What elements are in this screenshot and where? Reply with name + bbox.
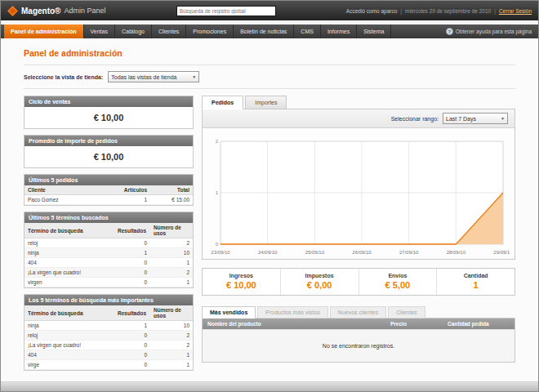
last-orders-widget: Últimos 5 pedidos Cliente Artículos Tota… — [24, 174, 194, 206]
cell-customer: Paco Gomez — [24, 195, 114, 205]
nav-item-clientes[interactable]: Clientes — [152, 24, 186, 38]
brand-suffix: Admin Panel — [64, 7, 105, 15]
nav-item-catalogo[interactable]: Catálogo — [115, 24, 152, 38]
table-row[interactable]: 404 0 1 — [24, 350, 193, 360]
separator: | — [400, 8, 402, 14]
magento-logo-icon — [7, 6, 18, 16]
cell-term: ¡La virgen que cuadro! — [24, 268, 114, 278]
tab-pedidos[interactable]: Pedidos — [202, 96, 243, 109]
column-header: Término de búsqueda — [24, 305, 114, 321]
range-select[interactable]: Last 7 Days ▼ — [443, 113, 508, 124]
cell-term: ninja — [24, 248, 114, 258]
stat-label: Cantidad — [437, 273, 514, 278]
svg-text:1: 1 — [216, 190, 219, 195]
tab-clientes[interactable]: Clientes — [388, 306, 425, 318]
column-header: Cantidad pedida — [443, 318, 514, 329]
cell-items: 1 — [114, 195, 150, 205]
stat-value: € 0,00 — [281, 280, 359, 290]
table-row[interactable]: ¡La virgen que cuadro! 0 2 — [24, 341, 193, 350]
dashboard-main: Pedidos Importes Seleccionar rango: Last… — [202, 96, 515, 363]
last-search-table: Término de búsqueda Resultados Número de… — [24, 223, 193, 287]
nav-item-boletin[interactable]: Boletín de noticias — [234, 24, 294, 38]
global-search-input[interactable] — [176, 6, 276, 16]
cell-uses: 2 — [150, 238, 193, 248]
top-header: Magento® Admin Panel Accedió como aparco… — [1, 1, 538, 20]
stat-impuestos: Impuestos € 0,00 — [280, 269, 359, 295]
table-header-row: Término de búsqueda Resultados Número de… — [24, 305, 193, 321]
column-header: Artículos — [114, 185, 150, 195]
svg-text:23/09/10: 23/09/10 — [211, 250, 230, 255]
table-row[interactable]: reloj 0 2 — [24, 238, 193, 248]
stat-value: € 10,00 — [203, 280, 280, 290]
cell-results: 0 — [114, 350, 150, 360]
svg-text:26/09/10: 26/09/10 — [352, 250, 372, 255]
chart-tabs: Pedidos Importes — [202, 96, 515, 109]
cell-uses: 2 — [150, 268, 193, 278]
cell-results: 0 — [114, 331, 150, 341]
dashboard-sidebar: Ciclo de ventas € 10,00 Promedio de impo… — [24, 96, 194, 371]
nav-item-cms[interactable]: CMS — [294, 24, 321, 38]
cell-term: reloj — [24, 331, 114, 341]
table-row[interactable]: ¡La virgen que cuadro! 0 2 — [24, 268, 193, 278]
page-help-label: Obtener ayuda para esta página — [456, 29, 532, 34]
svg-text:24/09/10: 24/09/10 — [258, 250, 278, 255]
store-view-select[interactable]: Todas las vistas de tienda ▼ — [108, 71, 199, 82]
bestsellers-table: Nombre del producto Precio Cantidad pedi… — [202, 318, 515, 363]
nav-item-ventas[interactable]: Ventas — [84, 24, 115, 38]
store-view-switcher-row: Seleccione la vista de tienda: Todas las… — [24, 65, 515, 88]
nav-item-promociones[interactable]: Promociones — [186, 24, 234, 38]
cell-term: ¡La virgen que cuadro! — [24, 341, 114, 350]
page-help-link[interactable]: ? Obtener ayuda para esta página — [446, 24, 538, 38]
logged-in-as: Accedió como aparco — [346, 8, 398, 14]
current-date: miércoles 29 de septiembre de 2010 — [405, 8, 491, 14]
column-header: Cliente — [24, 185, 114, 195]
cell-uses: 10 — [150, 248, 193, 258]
stat-label: Envíos — [359, 273, 437, 278]
column-header: Término de búsqueda — [24, 223, 114, 238]
cell-results: 0 — [114, 268, 150, 278]
table-row[interactable]: virge 0 1 — [24, 360, 193, 370]
tab-productos-mas-vistos[interactable]: Productos más vistos — [257, 306, 328, 318]
store-view-value: Todas las vistas de tienda — [111, 74, 176, 80]
page-title: Panel de administración — [24, 48, 515, 58]
cell-results: 0 — [114, 238, 150, 248]
tab-nuevos-clientes[interactable]: Nuevos clientes — [330, 306, 386, 318]
stat-label: Ingresos — [203, 273, 280, 278]
table-row[interactable]: ninja 1 10 — [24, 248, 193, 258]
separator: | — [494, 8, 496, 14]
cell-uses: 10 — [150, 321, 193, 331]
nav-item-informes[interactable]: Informes — [321, 24, 357, 38]
table-row[interactable]: virgen 0 1 — [24, 278, 193, 287]
chart-area: 01223/09/1024/09/1025/09/1026/09/1027/09… — [203, 128, 514, 259]
nav-item-sistema[interactable]: Sistema — [357, 24, 391, 38]
average-orders-widget: Promedio de importe de pedidos € 10,00 — [24, 135, 194, 168]
range-label: Seleccionar rango: — [391, 116, 439, 122]
lifetime-sales-widget: Ciclo de ventas € 10,00 — [24, 96, 194, 129]
cell-term: virgen — [24, 278, 114, 287]
tab-mas-vendidos[interactable]: Más vendidos — [202, 306, 256, 318]
table-row[interactable]: reloj 0 2 — [24, 331, 193, 341]
tab-importes[interactable]: Importes — [245, 96, 287, 109]
dashboard-content: Panel de administración Seleccione la vi… — [1, 38, 538, 381]
cell-results: 0 — [114, 360, 150, 370]
logout-link[interactable]: Cerrar Sesión — [499, 8, 532, 14]
dashboard-columns: Ciclo de ventas € 10,00 Promedio de impo… — [24, 89, 515, 371]
product-tabs: Más vendidos Productos más vistos Nuevos… — [202, 306, 515, 318]
cell-uses: 2 — [150, 341, 193, 350]
cell-uses: 1 — [150, 360, 193, 370]
top-search-table: Término de búsqueda Resultados Número de… — [24, 305, 193, 370]
column-header: Nombre del producto — [203, 318, 385, 329]
help-icon: ? — [446, 28, 453, 35]
store-view-label: Seleccione la vista de tienda: — [24, 74, 103, 80]
session-info: Accedió como aparco | miércoles 29 de se… — [346, 8, 532, 14]
table-row[interactable]: ninja 1 10 — [24, 321, 193, 331]
cell-term: 404 — [24, 350, 114, 360]
cell-uses: 1 — [150, 350, 193, 360]
last-search-widget: Últimos 5 términos buscados Término de b… — [24, 212, 194, 288]
widget-title: Últimos 5 pedidos — [24, 175, 193, 185]
nav-item-panel-administracion[interactable]: Panel de administración — [4, 24, 84, 38]
table-row[interactable]: 404 0 1 — [24, 258, 193, 268]
stat-ingresos: Ingresos € 10,00 — [203, 269, 280, 295]
widget-title: Los 5 términos de búsqueda más important… — [24, 295, 193, 305]
table-row[interactable]: Paco Gomez 1 € 15.00 — [24, 195, 193, 205]
